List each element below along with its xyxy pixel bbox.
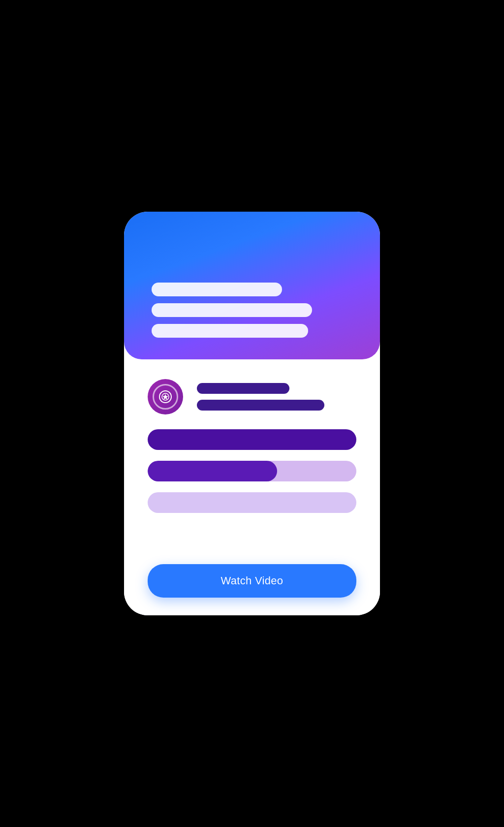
header-bar-1 <box>152 283 282 296</box>
profile-subtitle-line <box>197 400 324 411</box>
phone-frame: Watch Video <box>124 212 380 615</box>
content-section: Watch Video <box>124 359 380 615</box>
progress-bar-partial-container <box>148 461 356 481</box>
header-bar-3 <box>152 324 308 338</box>
watch-video-button[interactable]: Watch Video <box>148 564 356 598</box>
progress-bar-partial-fill <box>148 461 277 481</box>
shield-star-icon <box>158 389 173 404</box>
header-bar-2 <box>152 303 312 317</box>
svg-marker-2 <box>162 394 168 400</box>
avatar <box>148 379 183 414</box>
profile-row <box>148 379 356 414</box>
progress-bar-full <box>148 429 356 450</box>
profile-lines <box>197 383 356 411</box>
progress-bars <box>148 429 356 513</box>
profile-name-line <box>197 383 289 394</box>
header-section <box>124 212 380 359</box>
progress-bar-light <box>148 492 356 513</box>
avatar-inner <box>153 384 178 410</box>
